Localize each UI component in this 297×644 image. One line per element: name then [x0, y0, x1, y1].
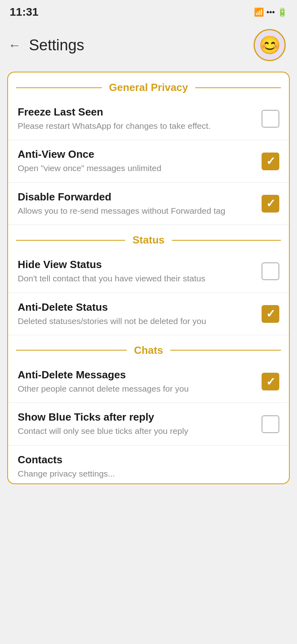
- wifi-icon: 📶: [254, 7, 264, 17]
- section-line-status-right: [172, 240, 281, 241]
- setting-desc-anti-delete-messages: Other people cannot delete messages for …: [18, 383, 254, 394]
- section-line-chats-right: [170, 350, 281, 351]
- setting-item-freeze-last-seen[interactable]: Freeze Last Seen Please restart WhatsApp…: [8, 98, 289, 140]
- setting-text-hide-view-status: Hide View Status Don't tell contact that…: [18, 258, 262, 284]
- setting-text-freeze-last-seen: Freeze Last Seen Please restart WhatsApp…: [18, 106, 262, 132]
- setting-title-show-blue-ticks: Show Blue Ticks after reply: [18, 411, 254, 423]
- setting-item-contacts[interactable]: Contacts Change privacy settings...: [8, 446, 289, 483]
- battery-icon: 🔋: [277, 7, 287, 17]
- section-line-status-left: [16, 240, 125, 241]
- checkbox-hide-view-status[interactable]: [262, 262, 279, 280]
- setting-desc-disable-forwarded: Allows you to re-send messages without F…: [18, 205, 254, 217]
- setting-desc-freeze-last-seen: Please restart WhatsApp for changes to t…: [18, 120, 254, 132]
- checkbox-anti-view-once[interactable]: [262, 153, 279, 170]
- status-time: 11:31: [10, 6, 39, 19]
- setting-text-anti-delete-status: Anti-Delete Status Deleted statuses/stor…: [18, 301, 262, 327]
- setting-item-anti-delete-status[interactable]: Anti-Delete Status Deleted statuses/stor…: [8, 293, 289, 335]
- section-title-chats: Chats: [131, 344, 166, 357]
- header: ← Settings 😊: [0, 22, 297, 68]
- setting-title-anti-view-once: Anti-View Once: [18, 148, 254, 161]
- avatar[interactable]: 😊: [254, 29, 286, 61]
- setting-item-hide-view-status[interactable]: Hide View Status Don't tell contact that…: [8, 250, 289, 293]
- setting-text-show-blue-ticks: Show Blue Ticks after reply Contact will…: [18, 411, 262, 437]
- status-bar: 11:31 📶 ••• 🔋: [0, 0, 297, 22]
- setting-item-disable-forwarded[interactable]: Disable Forwarded Allows you to re-send …: [8, 183, 289, 225]
- header-left: ← Settings: [8, 37, 84, 54]
- setting-desc-hide-view-status: Don't tell contact that you have viewed …: [18, 272, 254, 284]
- checkbox-disable-forwarded[interactable]: [262, 195, 279, 213]
- section-title-status: Status: [129, 234, 167, 246]
- setting-desc-anti-delete-status: Deleted statuses/stories will not be del…: [18, 315, 254, 327]
- section-header-chats: Chats: [8, 335, 289, 361]
- setting-title-hide-view-status: Hide View Status: [18, 258, 254, 271]
- back-button[interactable]: ←: [8, 38, 21, 53]
- section-line-right: [195, 87, 281, 88]
- checkbox-anti-delete-messages[interactable]: [262, 373, 279, 390]
- settings-card: General Privacy Freeze Last Seen Please …: [7, 72, 290, 484]
- setting-title-anti-delete-status: Anti-Delete Status: [18, 301, 254, 314]
- signal-icon: •••: [266, 8, 275, 17]
- setting-title-disable-forwarded: Disable Forwarded: [18, 191, 254, 203]
- checkbox-show-blue-ticks[interactable]: [262, 415, 279, 433]
- setting-item-anti-view-once[interactable]: Anti-View Once Open "view once" messages…: [8, 140, 289, 182]
- section-line-chats-left: [16, 350, 127, 351]
- section-header-status: Status: [8, 225, 289, 250]
- section-line-left: [16, 87, 102, 88]
- avatar-emoji: 😊: [259, 35, 281, 56]
- setting-text-disable-forwarded: Disable Forwarded Allows you to re-send …: [18, 191, 262, 217]
- setting-title-anti-delete-messages: Anti-Delete Messages: [18, 369, 254, 381]
- setting-text-anti-delete-messages: Anti-Delete Messages Other people cannot…: [18, 369, 262, 394]
- section-title-general-privacy: General Privacy: [106, 81, 192, 94]
- section-header-general-privacy: General Privacy: [8, 72, 289, 98]
- setting-item-show-blue-ticks[interactable]: Show Blue Ticks after reply Contact will…: [8, 403, 289, 445]
- setting-item-anti-delete-messages[interactable]: Anti-Delete Messages Other people cannot…: [8, 361, 289, 403]
- status-icons: 📶 ••• 🔋: [254, 7, 287, 17]
- setting-desc-contacts: Change privacy settings...: [18, 468, 279, 479]
- page-title: Settings: [29, 37, 84, 54]
- setting-title-contacts: Contacts: [18, 454, 279, 466]
- setting-desc-show-blue-ticks: Contact will only see blue ticks after y…: [18, 425, 254, 437]
- checkbox-freeze-last-seen[interactable]: [262, 110, 279, 128]
- checkbox-anti-delete-status[interactable]: [262, 305, 279, 323]
- setting-title-freeze-last-seen: Freeze Last Seen: [18, 106, 254, 118]
- setting-desc-anti-view-once: Open "view once" messages unlimited: [18, 162, 254, 174]
- setting-text-anti-view-once: Anti-View Once Open "view once" messages…: [18, 148, 262, 174]
